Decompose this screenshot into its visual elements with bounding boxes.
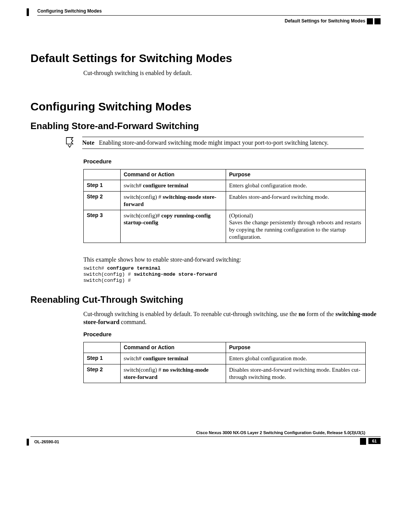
heading-configuring: Configuring Switching Modes	[30, 100, 381, 113]
page-header: Configuring Switching Modes Default Sett…	[30, 8, 381, 29]
table-header-row: Command or Action Purpose	[84, 342, 366, 353]
note-block: NoteEnabling store-and-forward switching…	[65, 137, 381, 150]
heading-enable-saf: Enabling Store-and-Forward Switching	[30, 121, 381, 131]
body-text-span: command.	[119, 319, 147, 325]
note-content: Enabling store-and-forward switching mod…	[99, 139, 328, 146]
footer-doc-title: Cisco Nexus 3000 NX-OS Layer 2 Switching…	[196, 430, 365, 435]
body-text-span: Cut-through switching is enabled by defa…	[83, 311, 299, 317]
purpose-cell: Enables store-and-forward switching mode…	[226, 192, 366, 210]
procedure-table-2: Command or Action Purpose Step 1 switch#…	[83, 342, 366, 383]
procedure-label: Procedure	[83, 331, 381, 337]
command-cell: switch(config) # no switching-mode store…	[121, 364, 226, 383]
command-cell: switch(config)# copy running-config star…	[121, 210, 226, 243]
code-line: switch#	[83, 265, 107, 271]
header-rule	[37, 15, 381, 16]
col-command: Command or Action	[121, 169, 226, 180]
defaults-body: Cut-through switching is enabled by defa…	[83, 69, 381, 77]
body-bold: no	[299, 311, 305, 317]
section-ref: Default Settings for Switching Modes	[285, 18, 365, 24]
footer-mark-icon	[27, 439, 29, 446]
col-step	[84, 169, 121, 180]
step-cell: Step 1	[84, 180, 121, 192]
table-row: Step 1 switch# configure terminal Enters…	[84, 353, 366, 364]
heading-defaults: Default Settings for Switching Modes	[30, 52, 381, 65]
col-step	[84, 342, 121, 353]
code-line: switch(config) #	[83, 272, 134, 277]
footer-ol: OL-26590-01	[34, 439, 59, 444]
step-cell: Step 2	[84, 364, 121, 383]
example-code: switch# configure terminal switch(config…	[83, 265, 381, 284]
note-text: NoteEnabling store-and-forward switching…	[82, 139, 364, 146]
procedure-table-1: Command or Action Purpose Step 1 switch#…	[83, 169, 366, 243]
cmd-bold: configure terminal	[143, 355, 188, 361]
chapter-label: Configuring Switching Modes	[37, 8, 102, 14]
note-bottom-rule	[82, 149, 364, 149]
cmd-bold: configure terminal	[143, 182, 188, 189]
step-cell: Step 3	[84, 210, 121, 243]
step-cell: Step 2	[84, 192, 121, 210]
col-purpose: Purpose	[226, 342, 366, 353]
purpose-cell: Enters global configuration mode.	[226, 180, 366, 192]
table-row: Step 3 switch(config)# copy running-conf…	[84, 210, 366, 243]
note-top-rule	[82, 137, 364, 137]
table-header-row: Command or Action Purpose	[84, 169, 366, 180]
note-icon	[65, 137, 77, 150]
table-row: Step 2 switch(config) # switching-mode s…	[84, 192, 366, 210]
page-footer: Cisco Nexus 3000 NX-OS Layer 2 Switching…	[30, 429, 381, 448]
table-row: Step 1 switch# configure terminal Enters…	[84, 180, 366, 192]
code-line: switch(config) #	[83, 278, 131, 283]
procedure-label: Procedure	[83, 158, 381, 165]
purpose-cell: Enters global configuration mode.	[226, 353, 366, 364]
footer-rule	[30, 436, 381, 437]
cmd-prefix: switch#	[124, 355, 143, 361]
col-purpose: Purpose	[226, 169, 366, 180]
col-command: Command or Action	[121, 342, 226, 353]
reenable-body: Cut-through switching is enabled by defa…	[83, 310, 381, 326]
command-cell: switch# configure terminal	[121, 180, 226, 192]
cmd-prefix: switch(config) #	[124, 367, 162, 373]
table-row: Step 2 switch(config) # no switching-mod…	[84, 364, 366, 383]
page-number: 61	[368, 438, 381, 444]
cmd-prefix: switch(config)#	[124, 212, 161, 219]
step-cell: Step 1	[84, 353, 121, 364]
heading-reenable: Reenabling Cut-Through Switching	[30, 294, 381, 305]
cmd-prefix: switch#	[124, 182, 143, 189]
body-text-span: form of the	[305, 311, 335, 317]
purpose-cell: (Optional) Saves the change persistently…	[226, 210, 366, 243]
code-bold: switching-mode store-forward	[134, 272, 217, 277]
header-block-icon	[367, 18, 373, 24]
cmd-prefix: switch(config) #	[124, 194, 162, 200]
purpose-cell: Disables store-and-forward switching mod…	[226, 364, 366, 383]
code-bold: configure terminal	[107, 265, 160, 271]
note-label: Note	[82, 139, 94, 146]
command-cell: switch# configure terminal	[121, 353, 226, 364]
page: Configuring Switching Modes Default Sett…	[0, 0, 411, 459]
example-intro: This example shows how to enable store-a…	[83, 256, 381, 263]
header-block-icon	[374, 18, 381, 24]
command-cell: switch(config) # switching-mode store-fo…	[121, 192, 226, 210]
header-mark-icon	[27, 8, 29, 16]
footer-block-icon	[360, 438, 366, 445]
